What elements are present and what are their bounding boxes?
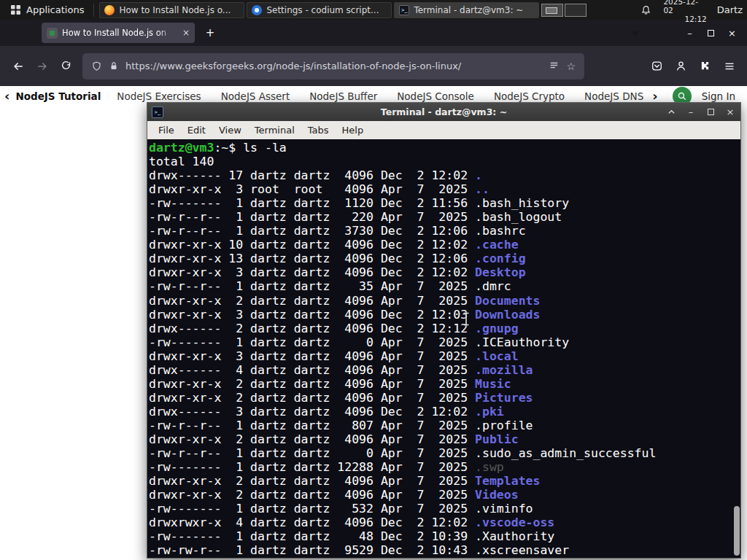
- mouse-cursor-ibeam-icon: [462, 312, 471, 329]
- site-nav-item[interactable]: NodeJS DNS: [584, 90, 643, 102]
- window-maximize-button[interactable]: [700, 23, 721, 42]
- tracking-protection-shield-icon: [91, 61, 102, 72]
- extensions-puzzle-icon: [699, 60, 711, 72]
- workspace-2[interactable]: [565, 4, 587, 17]
- url-text[interactable]: https://www.geeksforgeeks.org/node-js/in…: [125, 61, 542, 71]
- window-close-button[interactable]: ×: [721, 23, 743, 42]
- clock-date: 2025-12-02: [663, 0, 706, 15]
- reader-mode-icon[interactable]: [549, 61, 560, 71]
- workspace-1[interactable]: [541, 4, 563, 17]
- pocket-icon: [651, 60, 663, 72]
- terminal-menubar: FileEditViewTerminalTabsHelp: [147, 121, 740, 139]
- top-panel: Applications How to Install Node.js o...…: [0, 0, 747, 20]
- terminal-shade-button[interactable]: [666, 107, 676, 117]
- panel-clock[interactable]: 2025-12-02 12:12: [663, 0, 706, 23]
- clock-time: 12:12: [684, 15, 706, 23]
- chevron-down-icon: [631, 28, 640, 37]
- chevron-up-icon: [667, 108, 676, 116]
- taskbar: How to Install Node.js o...Settings - co…: [99, 0, 541, 20]
- terminal-menu-tabs[interactable]: Tabs: [301, 125, 336, 136]
- applications-menu[interactable]: Applications: [3, 0, 91, 20]
- tab-bar: How to Install Node.js on × + – ×: [0, 20, 747, 46]
- nav-scroll-right-icon[interactable]: ›: [648, 90, 662, 103]
- tab-title: How to Install Node.js on: [62, 28, 178, 38]
- extensions-button[interactable]: [693, 55, 717, 77]
- forward-arrow-icon: [36, 60, 49, 73]
- terminal-output[interactable]: dartz@vm3:~$ ls -la total 140 drwx------…: [147, 139, 740, 558]
- tab-nodejs-install[interactable]: How to Install Node.js on ×: [42, 23, 195, 43]
- back-button[interactable]: [6, 55, 30, 77]
- applications-grid-icon: [10, 4, 21, 15]
- terminal-app-icon: >_: [152, 106, 163, 118]
- gfg-favicon-icon: [47, 28, 58, 39]
- terminal-menu-edit[interactable]: Edit: [181, 125, 212, 136]
- taskbar-label: How to Install Node.js o...: [119, 5, 239, 15]
- taskbar-label: Terminal - dartz@vm3: ~: [414, 5, 534, 15]
- account-button[interactable]: [669, 55, 693, 77]
- reload-button[interactable]: [54, 55, 78, 77]
- maximize-icon: [708, 109, 714, 115]
- bookmark-star-icon[interactable]: ☆: [566, 61, 576, 72]
- menu-button[interactable]: [717, 55, 741, 77]
- list-all-tabs-button[interactable]: [624, 23, 646, 42]
- maximize-icon: [708, 30, 714, 36]
- site-nav-item[interactable]: NodeJS Assert: [221, 90, 290, 102]
- back-arrow-icon: [12, 60, 25, 73]
- user-menu[interactable]: Dartz: [717, 4, 743, 15]
- search-icon: [677, 91, 687, 101]
- navigation-toolbar: https://www.geeksforgeeks.org/node-js/in…: [0, 46, 747, 86]
- site-nav-item[interactable]: NodeJS Buffer: [309, 90, 377, 102]
- terminal-close-button[interactable]: ×: [725, 107, 735, 117]
- nav-scroll-left-icon[interactable]: ‹: [0, 90, 14, 103]
- workspace-window-thumb: [546, 7, 557, 14]
- forward-button[interactable]: [30, 55, 54, 77]
- site-nav-items: NodeJS ExercisesNodeJS AssertNodeJS Buff…: [117, 90, 689, 102]
- panel-separator: [93, 4, 94, 17]
- site-nav-item[interactable]: NodeJS Console: [397, 90, 474, 102]
- settings-icon: [252, 5, 262, 15]
- window-minimize-button[interactable]: –: [679, 23, 700, 42]
- taskbar-label: Settings - codium script...: [266, 5, 387, 15]
- hamburger-menu-icon: [724, 61, 735, 72]
- terminal-title: Terminal - dartz@vm3: ~: [147, 106, 740, 117]
- site-nav-item-tutorial[interactable]: NodeJS Tutorial: [15, 90, 101, 102]
- workspace-switcher[interactable]: [541, 4, 587, 17]
- desktop: Applications How to Install Node.js o...…: [0, 0, 747, 560]
- terminal-scrollbar[interactable]: [733, 139, 740, 558]
- terminal-minimize-button[interactable]: –: [686, 107, 696, 117]
- tab-close-icon[interactable]: ×: [182, 28, 190, 38]
- window-controls: – ×: [624, 20, 743, 46]
- terminal-window: >_ Terminal - dartz@vm3: ~ – × FileEditV…: [147, 102, 741, 559]
- toolbar-right-icons: [645, 55, 741, 77]
- pocket-button[interactable]: [645, 55, 669, 77]
- new-tab-button[interactable]: +: [202, 25, 218, 41]
- account-person-icon: [675, 60, 687, 72]
- terminal-maximize-button[interactable]: [705, 107, 716, 117]
- terminal-menu-help[interactable]: Help: [336, 125, 371, 136]
- terminal-menu-terminal[interactable]: Terminal: [248, 125, 301, 136]
- firefox-icon: [104, 5, 115, 15]
- bell-icon: [640, 4, 651, 16]
- reload-icon: [60, 60, 72, 72]
- taskbar-button[interactable]: How to Install Node.js o...: [99, 2, 244, 18]
- url-bar[interactable]: https://www.geeksforgeeks.org/node-js/in…: [82, 53, 584, 79]
- site-nav-item[interactable]: NodeJS Exercises: [117, 90, 201, 102]
- terminal-menu-view[interactable]: View: [212, 125, 248, 136]
- terminal-icon: >_: [399, 5, 409, 15]
- terminal-menu-file[interactable]: File: [152, 125, 181, 136]
- sign-in-button[interactable]: Sign In: [702, 90, 735, 102]
- applications-label: Applications: [26, 4, 84, 15]
- site-nav-item[interactable]: NodeJS Crypto: [494, 90, 565, 102]
- notifications-button[interactable]: [640, 4, 651, 16]
- terminal-window-controls: – ×: [666, 103, 735, 121]
- terminal-titlebar[interactable]: >_ Terminal - dartz@vm3: ~ – ×: [147, 103, 740, 121]
- taskbar-button[interactable]: >_Terminal - dartz@vm3: ~: [394, 2, 539, 18]
- terminal-scrollbar-thumb[interactable]: [734, 506, 740, 556]
- terminal-text[interactable]: dartz@vm3:~$ ls -la total 140 drwx------…: [147, 139, 740, 557]
- lock-icon: [109, 61, 119, 71]
- taskbar-button[interactable]: Settings - codium script...: [247, 2, 392, 18]
